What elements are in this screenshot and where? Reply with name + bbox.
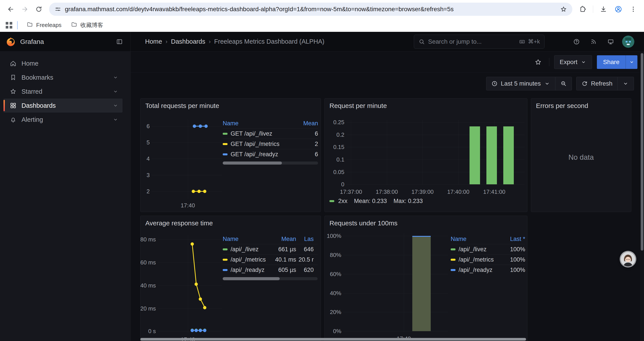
chart-total-requests[interactable] xyxy=(152,120,222,199)
y-tick: 20 ms xyxy=(140,305,156,312)
legend-row[interactable]: /api/_/metrics100% xyxy=(451,254,525,265)
refresh-button[interactable]: Refresh xyxy=(576,77,617,90)
back-icon[interactable] xyxy=(4,3,17,16)
y-tick: 6 xyxy=(147,123,150,130)
panel-title[interactable]: Requests under 100ms xyxy=(330,219,398,227)
legend-header-name[interactable]: Name xyxy=(451,236,501,242)
time-range-picker[interactable]: Last 5 minutes xyxy=(486,77,555,90)
home-icon xyxy=(10,60,17,67)
data-point xyxy=(198,125,202,128)
user-avatar[interactable] xyxy=(622,36,634,48)
url-bar[interactable]: grafana.mathmast.com/d/deytv4rwavabkb/fr… xyxy=(49,3,572,16)
chevron-down-icon[interactable] xyxy=(112,117,118,123)
share-button[interactable]: Share xyxy=(597,55,638,69)
chart-requests-under-100ms[interactable] xyxy=(343,233,448,332)
legend-header-mean[interactable]: Mean xyxy=(297,120,318,127)
panel-title[interactable]: Total requests per minute xyxy=(145,102,219,110)
url-text[interactable]: grafana.mathmast.com/d/deytv4rwavabkb/fr… xyxy=(65,6,556,13)
chevron-down-icon[interactable] xyxy=(112,103,118,109)
y-tick: 40 ms xyxy=(140,282,156,289)
legend-value: 661 µs xyxy=(266,246,296,253)
sidebar-item-home[interactable]: Home xyxy=(4,56,122,71)
x-tick: 17:38:00 xyxy=(376,188,398,195)
legend-row[interactable]: /api/_/readyz100% xyxy=(451,265,525,275)
clock-icon xyxy=(491,80,498,87)
profile-icon[interactable] xyxy=(612,3,625,16)
series-mean: Mean: 0.233 xyxy=(354,198,387,204)
page-vertical-scrollbar[interactable] xyxy=(640,51,644,341)
sidebar-item-alerting[interactable]: Alerting xyxy=(4,113,122,127)
monitor-icon[interactable] xyxy=(605,36,616,47)
series-name: /api/_/livez xyxy=(458,246,486,253)
legend-header-name[interactable]: Name xyxy=(223,236,266,242)
share-label[interactable]: Share xyxy=(597,55,626,69)
gridline xyxy=(346,184,524,185)
panel-title[interactable]: Request per minute xyxy=(330,102,387,110)
extensions-icon[interactable] xyxy=(576,3,589,16)
legend-scrollbar[interactable] xyxy=(223,162,318,165)
legend-header-las[interactable]: Las xyxy=(296,236,314,242)
export-button[interactable]: Export xyxy=(554,55,592,69)
chevron-down-icon[interactable] xyxy=(112,74,118,81)
panel-title[interactable]: Average response time xyxy=(145,219,213,227)
grafana-logo-icon[interactable] xyxy=(6,37,16,47)
reload-icon[interactable] xyxy=(32,3,45,16)
scrollbar-thumb[interactable] xyxy=(641,53,643,251)
legend-scrollbar[interactable] xyxy=(223,277,318,280)
chart-average-response-time[interactable] xyxy=(158,235,222,333)
legend-row[interactable]: /api/_/metrics40.1 ms20.5 r xyxy=(223,254,318,265)
downloads-icon[interactable] xyxy=(597,3,610,16)
sidebar-item-bookmarks[interactable]: Bookmarks xyxy=(4,71,122,85)
page-horizontal-scrollbar[interactable] xyxy=(140,338,526,340)
legend-row[interactable]: GET /api/_/metrics2 xyxy=(223,139,318,149)
series-swatch xyxy=(223,269,228,271)
x-tick: 17:37:00 xyxy=(340,188,362,195)
legend-row[interactable]: GET /api/_/livez6 xyxy=(223,128,318,139)
sidebar-item-dashboards[interactable]: Dashboards xyxy=(4,99,122,113)
data-point xyxy=(193,125,196,128)
search-input[interactable]: Search or jump to... ⌘+k xyxy=(414,35,544,49)
browser-actions xyxy=(576,3,640,16)
refresh-interval-dropdown[interactable] xyxy=(617,77,634,90)
bookmark-folder[interactable]: 收藏博客 xyxy=(67,19,107,31)
legend-header-mean[interactable]: Mean xyxy=(266,236,296,242)
legend-row[interactable]: /api/_/readyz605 µs620 xyxy=(223,265,318,275)
news-icon[interactable] xyxy=(588,36,599,47)
chart-request-per-minute[interactable] xyxy=(346,120,524,185)
bookmark-star-icon[interactable] xyxy=(560,6,567,13)
share-dropdown[interactable] xyxy=(626,55,638,69)
assistant-avatar-bubble[interactable] xyxy=(621,252,635,266)
legend-row[interactable]: /api/_/livez100% xyxy=(451,244,525,254)
legend-value: 100% xyxy=(501,246,525,253)
folder-icon xyxy=(71,21,78,29)
panel-grid: Total requests per minute 65432 17:40 Na… xyxy=(131,95,644,341)
legend-header-name[interactable]: Name xyxy=(223,120,297,127)
y-tick: 0% xyxy=(333,327,341,334)
zoom-out-button[interactable] xyxy=(555,77,572,90)
site-settings-icon[interactable] xyxy=(54,6,62,13)
favorite-star-icon[interactable] xyxy=(532,56,544,68)
forward-icon[interactable] xyxy=(18,3,31,16)
gridline xyxy=(422,120,423,185)
legend-value: 646 xyxy=(296,246,314,253)
bookmark-folder[interactable]: Freeleaps xyxy=(23,19,65,31)
legend-header-last-[interactable]: Last * xyxy=(501,236,525,242)
scrollbar-thumb[interactable] xyxy=(223,162,282,165)
legend-row[interactable]: /api/_/livez661 µs646 xyxy=(223,244,318,254)
legend-request-per-minute[interactable]: 2xx Mean: 0.233 Max: 0.233 xyxy=(330,198,423,204)
breadcrumb-dashboards[interactable]: Dashboards xyxy=(171,38,205,45)
sidebar-item-starred[interactable]: Starred xyxy=(4,85,122,99)
collapse-sidebar-icon[interactable] xyxy=(114,36,125,47)
chevron-down-icon[interactable] xyxy=(112,88,118,95)
panel-title[interactable]: Errors per second xyxy=(536,102,588,110)
series-name[interactable]: 2xx xyxy=(338,198,348,204)
sidebar-item-label: Home xyxy=(22,60,118,67)
bar xyxy=(470,126,480,184)
legend-row[interactable]: GET /api/_/readyz6 xyxy=(223,149,318,159)
help-icon[interactable] xyxy=(571,36,582,47)
breadcrumb-home[interactable]: Home xyxy=(145,38,162,45)
scrollbar-thumb[interactable] xyxy=(223,277,280,280)
series-name: /api/_/livez xyxy=(230,246,259,253)
apps-grid-icon[interactable] xyxy=(5,21,13,30)
menu-icon[interactable] xyxy=(627,3,640,16)
